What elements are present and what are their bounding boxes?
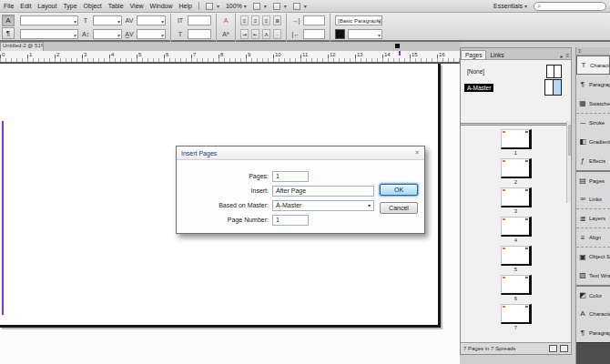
dialog-field-control[interactable]: After Page ▾ [272, 186, 374, 197]
dock-panel-button[interactable]: ¶ Paragraph Styles [576, 323, 610, 342]
page-thumbnail-item[interactable]: 5 [501, 246, 532, 275]
align-center-button[interactable]: ≡ [251, 15, 259, 25]
master-page-row[interactable]: A-Master [461, 79, 571, 96]
page-thumbnail[interactable] [501, 304, 532, 324]
page-thumbnail-item[interactable]: 3 [501, 187, 532, 217]
dock-header[interactable]: ≡ [576, 47, 610, 56]
menu-item[interactable]: Layout [37, 3, 56, 9]
drop-cap-button[interactable]: A [262, 29, 270, 39]
menu-item[interactable]: Table [108, 3, 124, 9]
space-after-button[interactable]: ⇤ [251, 29, 259, 39]
ruler-number: 8 [220, 52, 223, 57]
menu-item[interactable]: Type [63, 3, 76, 9]
bridge-icon[interactable] [206, 3, 219, 10]
space-before-button[interactable]: ⇥ [240, 29, 249, 39]
align-right-button[interactable]: ≡ [262, 15, 270, 25]
dock-panel-button[interactable]: ◧ Gradient [576, 132, 610, 151]
font-size-combo[interactable] [93, 15, 122, 25]
ruler-cell: 10 [273, 51, 300, 62]
page-thumbnail[interactable] [501, 246, 532, 266]
dock-panel-button[interactable]: ∞ Links [576, 189, 610, 208]
character-color-icon[interactable]: A [221, 17, 230, 24]
align-left-button[interactable]: ≡ [240, 15, 249, 25]
horizontal-ruler[interactable]: 012345678910111213141516 [0, 51, 460, 64]
dock-panel-button[interactable]: ≡ Align [576, 228, 610, 247]
left-indent-field[interactable] [303, 15, 325, 25]
page-thumbnail[interactable] [501, 158, 532, 178]
dialog-field-value: 1 [276, 173, 280, 179]
dock-panel-button[interactable]: ¶ Paragraph [576, 75, 610, 94]
page-thumbnail[interactable] [501, 275, 532, 295]
font-family-combo[interactable] [20, 15, 78, 25]
cancel-button[interactable]: Cancel [380, 202, 418, 214]
menu-item[interactable]: Help [178, 3, 191, 9]
arrange-documents-icon[interactable] [293, 3, 307, 10]
document-tab[interactable]: Untitled-2 @ 51% [0, 42, 44, 51]
font-style-combo[interactable] [20, 29, 78, 39]
panel-tab[interactable]: Pages [461, 50, 486, 59]
master-page-row[interactable]: [None] [461, 63, 571, 79]
page-thumbnail-item[interactable]: 6 [501, 275, 532, 304]
horizontal-scale-field[interactable] [188, 29, 211, 39]
stroke-weight-combo[interactable] [348, 29, 382, 39]
menu-item[interactable]: Edit [20, 3, 31, 9]
dialog-field-control[interactable]: 1 ▾ [272, 171, 309, 182]
stroke-swatch[interactable] [335, 29, 345, 39]
search-box[interactable] [534, 2, 606, 11]
dialog-field-label: Pages: [177, 173, 272, 179]
dock-panel-button[interactable]: ▤ Pages [576, 170, 610, 189]
dock-panel-button[interactable]: ◩ Color [576, 285, 610, 304]
leading-combo[interactable] [93, 29, 122, 39]
page-thumbnail-item[interactable]: 2 [501, 158, 532, 187]
new-page-button[interactable] [549, 345, 557, 352]
delete-page-button[interactable] [560, 345, 568, 352]
menu-item[interactable]: Object [84, 3, 102, 9]
dialog-title-bar[interactable]: Insert Pages ✕ [177, 147, 424, 160]
character-mode-button[interactable]: A [2, 15, 15, 26]
dock-panel-button[interactable]: ─ Stroke [576, 113, 610, 132]
dialog-close-icon[interactable]: ✕ [414, 149, 420, 157]
dock-panel-label: Pages [589, 178, 605, 184]
menu-item[interactable]: View [130, 3, 144, 9]
dialog-field-control[interactable]: A-Master ▾ [272, 200, 374, 211]
ruler-cell: 9 [246, 51, 273, 62]
page-thumbnail-item[interactable]: 7 [501, 304, 532, 333]
vertical-scale-field[interactable] [188, 15, 211, 25]
zoom-level-select[interactable]: 100% [226, 3, 247, 9]
paragraph-style-combo[interactable]: [Basic Paragraph] [335, 15, 382, 25]
search-input[interactable] [543, 4, 597, 9]
vertical-guide[interactable] [2, 121, 4, 315]
dock-panel-button[interactable]: ƒ Effects [576, 151, 610, 170]
page-thumbnail-item[interactable]: 1 [501, 129, 532, 158]
ok-button[interactable]: OK [380, 184, 418, 196]
justify-button[interactable]: ≣ [273, 15, 281, 25]
dock-panel-button[interactable]: T Character [576, 56, 610, 75]
pages-scrollbar[interactable] [566, 121, 571, 203]
panel-tab[interactable]: Links [486, 51, 507, 59]
panel-menu-icon[interactable]: ≡ [565, 53, 569, 59]
right-indent-field[interactable] [303, 29, 325, 39]
view-options-icon[interactable] [253, 3, 267, 10]
dock-panel-icon: A [578, 309, 587, 318]
menu-item[interactable]: File [4, 3, 14, 9]
menu-item[interactable]: Window [150, 3, 173, 9]
dock-panel-button[interactable]: A Character Styles [576, 304, 610, 323]
page-thumbnail-item[interactable]: 4 [501, 217, 532, 246]
workspace-switcher[interactable]: Essentials [493, 3, 527, 9]
dock-panel-button[interactable]: ≣ Layers [576, 208, 610, 228]
page-thumbnail[interactable] [501, 129, 532, 149]
dock-panel-button[interactable]: ▦ Swatches [576, 94, 610, 113]
dialog-field-control[interactable]: 1 ▾ [272, 215, 309, 226]
page-thumbnail[interactable] [501, 217, 532, 237]
dock-panel-button[interactable]: ▣ Object Styles [576, 247, 610, 266]
hyphenate-button[interactable]: - [273, 29, 281, 39]
kerning-combo[interactable] [137, 15, 166, 25]
panel-collapse-icon[interactable]: ▸ [560, 53, 563, 59]
page-thumbnail[interactable] [501, 187, 532, 207]
paragraph-mode-button[interactable]: ¶ [2, 27, 15, 39]
dock-panel-button[interactable]: ▧ Text Wrap [576, 266, 610, 285]
tracking-combo[interactable] [137, 29, 166, 39]
ruler-number: 1 [29, 52, 32, 57]
screen-mode-icon[interactable] [273, 3, 287, 10]
dock-panel-list: T Character ¶ Paragraph ▦ Swatches ─ Str… [576, 56, 610, 342]
